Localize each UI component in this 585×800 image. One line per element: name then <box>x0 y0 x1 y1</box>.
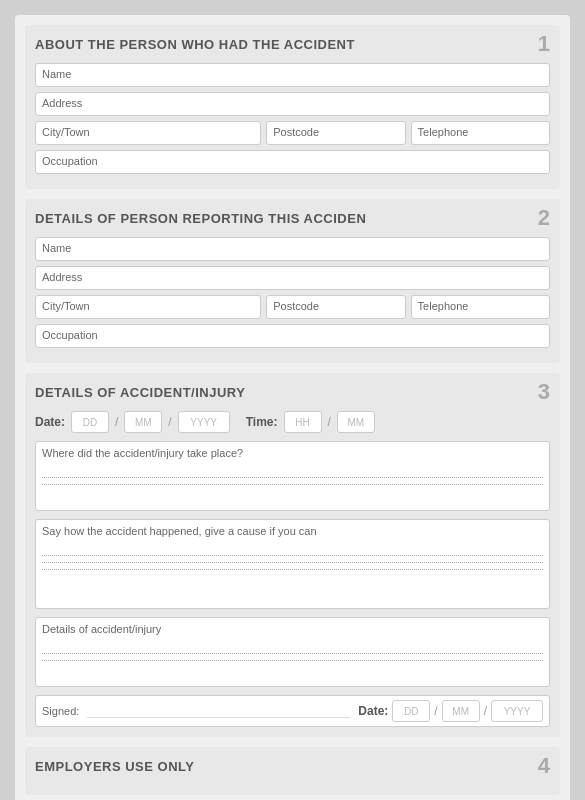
form-page: ABOUT THE PERSON WHO HAD THE ACCIDENT 1 … <box>15 15 570 800</box>
time-hh-field[interactable]: HH <box>284 411 322 433</box>
name-field-2[interactable]: Name <box>35 237 550 261</box>
section-4: EMPLOYERS USE ONLY 4 <box>25 747 560 795</box>
occupation-field-2[interactable]: Occupation <box>35 324 550 348</box>
time-label: Time: <box>246 415 278 429</box>
telephone-label-2: Telephone <box>418 300 469 312</box>
name-field-1[interactable]: Name <box>35 63 550 87</box>
date-mm-field[interactable]: MM <box>124 411 162 433</box>
date-sep-2: / <box>168 415 171 429</box>
date-mm-placeholder: MM <box>135 417 152 428</box>
details-label: Details of accident/injury <box>42 623 543 635</box>
section-3-number: 3 <box>538 381 550 403</box>
date-label: Date: <box>35 415 65 429</box>
name-label-2: Name <box>42 242 71 254</box>
where-field[interactable]: Where did the accident/injury take place… <box>35 441 550 511</box>
section-1-title: ABOUT THE PERSON WHO HAD THE ACCIDENT <box>35 37 355 52</box>
datetime-row: Date: DD / MM / YYYY Time: HH / MM <box>35 411 550 433</box>
postcode-field-2[interactable]: Postcode <box>266 295 405 319</box>
telephone-field-1[interactable]: Telephone <box>411 121 550 145</box>
address-field-2[interactable]: Address <box>35 266 550 290</box>
date-yyyy-placeholder: YYYY <box>190 417 217 428</box>
signed-dd-placeholder: DD <box>404 706 418 717</box>
signed-date-inline: Date: DD / MM / YYYY <box>358 700 543 722</box>
section-1-address-row: Address <box>35 92 550 116</box>
section-3: DETAILS OF ACCIDENT/INJURY 3 Date: DD / … <box>25 373 560 737</box>
occupation-label-1: Occupation <box>42 155 98 167</box>
section-3-header: DETAILS OF ACCIDENT/INJURY 3 <box>35 381 550 403</box>
section-2-address-row: Address <box>35 266 550 290</box>
signed-dd-field[interactable]: DD <box>392 700 430 722</box>
telephone-label-1: Telephone <box>418 126 469 138</box>
occupation-label-2: Occupation <box>42 329 98 341</box>
address-label-1: Address <box>42 97 82 109</box>
section-4-title: EMPLOYERS USE ONLY <box>35 759 195 774</box>
signed-sep-1: / <box>434 704 437 718</box>
where-line-1 <box>42 477 543 478</box>
signed-row: Signed: Date: DD / MM / YYYY <box>35 695 550 727</box>
city-field-1[interactable]: City/Town <box>35 121 261 145</box>
how-label: Say how the accident happened, give a ca… <box>42 525 543 537</box>
where-line-2 <box>42 484 543 485</box>
signed-yyyy-field[interactable]: YYYY <box>491 700 543 722</box>
where-label: Where did the accident/injury take place… <box>42 447 543 459</box>
time-mm-field[interactable]: MM <box>337 411 375 433</box>
section-1: ABOUT THE PERSON WHO HAD THE ACCIDENT 1 … <box>25 25 560 189</box>
postcode-label-1: Postcode <box>273 126 319 138</box>
section-2-title: DETAILS OF PERSON REPORTING THIS ACCIDEN <box>35 211 366 226</box>
city-label-1: City/Town <box>42 126 90 138</box>
details-field[interactable]: Details of accident/injury <box>35 617 550 687</box>
details-line-2 <box>42 660 543 661</box>
signed-sep-2: / <box>484 704 487 718</box>
signed-mm-placeholder: MM <box>452 706 469 717</box>
section-1-header: ABOUT THE PERSON WHO HAD THE ACCIDENT 1 <box>35 33 550 55</box>
date-yyyy-field[interactable]: YYYY <box>178 411 230 433</box>
section-2-occupation-row: Occupation <box>35 324 550 348</box>
section-1-name-row: Name <box>35 63 550 87</box>
section-2-number: 2 <box>538 207 550 229</box>
occupation-field-1[interactable]: Occupation <box>35 150 550 174</box>
postcode-field-1[interactable]: Postcode <box>266 121 405 145</box>
details-line-1 <box>42 653 543 654</box>
name-label-1: Name <box>42 68 71 80</box>
telephone-field-2[interactable]: Telephone <box>411 295 550 319</box>
section-1-occupation-row: Occupation <box>35 150 550 174</box>
address-field-1[interactable]: Address <box>35 92 550 116</box>
section-3-title: DETAILS OF ACCIDENT/INJURY <box>35 385 245 400</box>
how-line-3 <box>42 569 543 570</box>
address-label-2: Address <box>42 271 82 283</box>
how-field[interactable]: Say how the accident happened, give a ca… <box>35 519 550 609</box>
section-1-number: 1 <box>538 33 550 55</box>
section-4-header: EMPLOYERS USE ONLY 4 <box>35 755 550 777</box>
section-1-city-row: City/Town Postcode Telephone <box>35 121 550 145</box>
date-dd-field[interactable]: DD <box>71 411 109 433</box>
time-mm-placeholder: MM <box>348 417 365 428</box>
city-field-2[interactable]: City/Town <box>35 295 261 319</box>
date-dd-placeholder: DD <box>83 417 97 428</box>
signed-date-label: Date: <box>358 704 388 718</box>
how-line-1 <box>42 555 543 556</box>
city-label-2: City/Town <box>42 300 90 312</box>
section-4-number: 4 <box>538 755 550 777</box>
signed-line[interactable] <box>87 704 350 718</box>
signed-label: Signed: <box>42 705 79 717</box>
postcode-label-2: Postcode <box>273 300 319 312</box>
time-hh-placeholder: HH <box>295 417 309 428</box>
date-sep-1: / <box>115 415 118 429</box>
signed-mm-field[interactable]: MM <box>442 700 480 722</box>
section-2-city-row: City/Town Postcode Telephone <box>35 295 550 319</box>
time-sep: / <box>328 415 331 429</box>
signed-yyyy-placeholder: YYYY <box>504 706 531 717</box>
section-2-name-row: Name <box>35 237 550 261</box>
section-2-header: DETAILS OF PERSON REPORTING THIS ACCIDEN… <box>35 207 550 229</box>
how-line-2 <box>42 562 543 563</box>
section-2: DETAILS OF PERSON REPORTING THIS ACCIDEN… <box>25 199 560 363</box>
